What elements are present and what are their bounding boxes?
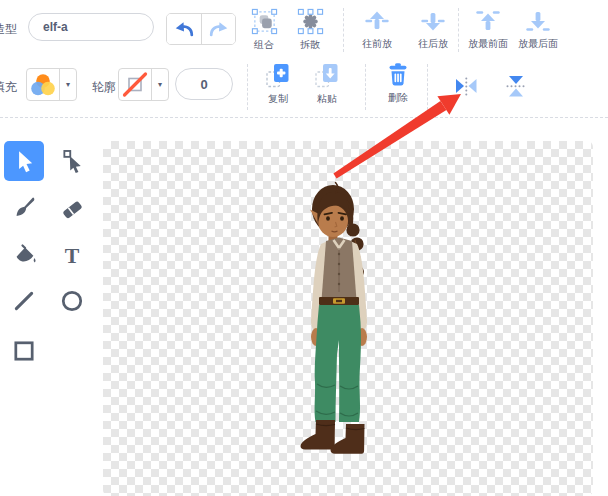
paint-editor: { "editor": { "costume": { "label": "造型"… xyxy=(0,0,608,496)
copy-button[interactable]: 复制 xyxy=(258,62,298,106)
bring-to-front-label: 放最前面 xyxy=(468,37,508,51)
ungroup-button[interactable]: 拆散 xyxy=(290,8,330,52)
separator xyxy=(458,8,459,52)
send-to-back-button[interactable]: 放最后面 xyxy=(512,8,564,51)
group-label: 组合 xyxy=(254,38,274,52)
trash-icon xyxy=(385,61,411,88)
svg-text:T: T xyxy=(65,244,80,267)
undo-button[interactable] xyxy=(167,14,201,44)
stroke-width-input[interactable] xyxy=(175,68,233,100)
arrow-down-to-line-icon xyxy=(525,8,551,34)
flip-vertical-button[interactable] xyxy=(503,73,529,99)
line-tool-icon xyxy=(12,289,36,313)
tool-eraser[interactable] xyxy=(52,187,92,227)
paste-icon xyxy=(314,62,340,89)
tool-select[interactable] xyxy=(4,141,44,181)
fill-color-swatch[interactable] xyxy=(27,69,59,100)
rectangle-tool-icon xyxy=(12,339,36,363)
costume-name-label: 造型 xyxy=(0,21,17,38)
arrow-up-to-line-icon xyxy=(475,8,501,34)
arrow-up-forward-icon xyxy=(364,8,390,34)
paste-label: 粘贴 xyxy=(317,92,337,106)
bring-forward-label: 往前放 xyxy=(362,37,392,51)
bring-forward-button[interactable]: 往前放 xyxy=(352,8,402,51)
arrow-down-backward-icon xyxy=(420,8,446,34)
reshape-icon xyxy=(60,149,84,173)
undo-icon xyxy=(173,20,195,38)
separator xyxy=(365,64,366,110)
toolbar-canvas-divider xyxy=(0,117,608,118)
chevron-down-icon: ▾ xyxy=(158,80,162,89)
circle-tool-icon xyxy=(60,289,84,313)
separator xyxy=(247,64,248,110)
send-to-back-label: 放最后面 xyxy=(518,37,558,51)
tool-text[interactable]: T xyxy=(52,235,92,275)
send-backward-label: 往后放 xyxy=(418,37,448,51)
eraser-icon xyxy=(60,195,84,219)
select-cursor-icon xyxy=(12,149,36,173)
outline-color-control[interactable]: ▾ xyxy=(118,68,169,101)
tool-fill[interactable] xyxy=(4,235,44,275)
paste-button[interactable]: 粘贴 xyxy=(307,62,347,106)
delete-button[interactable]: 删除 xyxy=(378,61,418,105)
fill-color-dropdown[interactable]: ▾ xyxy=(59,69,76,100)
tool-reshape[interactable] xyxy=(52,141,92,181)
redo-button[interactable] xyxy=(201,14,235,44)
elf-sprite[interactable] xyxy=(295,180,385,456)
group-icon xyxy=(251,8,278,35)
tool-brush[interactable] xyxy=(4,187,44,227)
copy-label: 复制 xyxy=(268,92,288,106)
fill-bucket-icon xyxy=(12,243,36,267)
copy-icon xyxy=(265,62,291,89)
text-tool-icon: T xyxy=(60,243,84,267)
fill-label: 填充 xyxy=(0,79,17,96)
group-button[interactable]: 组合 xyxy=(244,8,284,52)
flip-horizontal-icon xyxy=(453,73,479,99)
chevron-down-icon: ▾ xyxy=(66,80,70,89)
fill-color-control[interactable]: ▾ xyxy=(26,68,77,101)
ungroup-icon xyxy=(297,8,324,35)
brush-icon xyxy=(12,195,36,219)
pants xyxy=(315,305,361,422)
tool-line[interactable] xyxy=(4,281,44,321)
tool-circle[interactable] xyxy=(52,281,92,321)
history-group xyxy=(166,13,236,45)
buckle-inner xyxy=(336,300,342,302)
tool-rectangle[interactable] xyxy=(4,331,44,371)
delete-label: 删除 xyxy=(388,91,408,105)
outline-label: 轮廓 xyxy=(92,79,116,96)
ungroup-label: 拆散 xyxy=(300,38,320,52)
three-color-circles-icon xyxy=(27,69,59,100)
flip-vertical-icon xyxy=(503,73,529,99)
outline-color-dropdown[interactable]: ▾ xyxy=(151,69,168,100)
send-backward-button[interactable]: 往后放 xyxy=(408,8,458,51)
costume-name-input[interactable] xyxy=(28,13,154,41)
redo-icon xyxy=(208,20,230,38)
bring-to-front-button[interactable]: 放最前面 xyxy=(462,8,514,51)
no-outline-icon xyxy=(119,69,151,100)
separator xyxy=(427,64,428,110)
outline-color-swatch[interactable] xyxy=(119,69,151,100)
flip-horizontal-button[interactable] xyxy=(453,73,479,99)
paint-canvas[interactable] xyxy=(103,141,593,496)
separator xyxy=(343,8,344,52)
